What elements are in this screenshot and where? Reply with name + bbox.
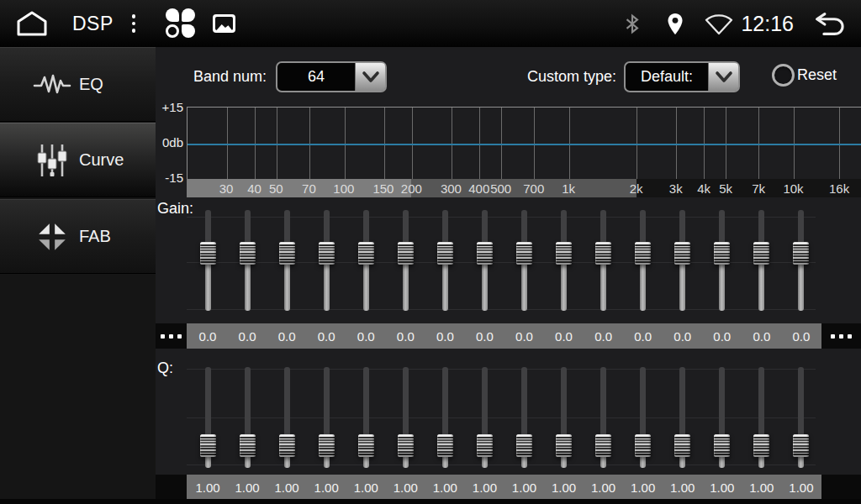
location-icon [665,12,685,36]
freq-tick-label: 7k [752,181,765,196]
gain-value: 0.0 [436,329,454,344]
gain-slider[interactable] [594,210,614,311]
chevron-down-icon[interactable] [708,63,738,91]
slider-knob[interactable] [635,434,651,457]
slider-knob[interactable] [319,434,335,457]
gain-value: 0.0 [753,329,770,344]
gain-slider[interactable] [752,210,772,311]
bluetooth-icon [621,13,643,35]
gain-more-left-button[interactable] [156,323,187,349]
sidebar-item-fab[interactable]: FAB [0,199,156,274]
home-icon[interactable] [13,9,50,38]
gain-slider[interactable] [554,210,574,311]
slider-knob[interactable] [674,242,690,265]
freq-tick-label: 16k [829,181,849,196]
gallery-icon[interactable] [213,14,235,33]
slider-knob[interactable] [437,434,453,457]
q-slider[interactable] [395,367,415,468]
q-slider[interactable] [594,367,614,468]
q-more-left-button[interactable] [156,475,187,500]
q-slider[interactable] [633,367,653,468]
gain-slider[interactable] [673,210,693,311]
q-slider[interactable] [752,367,772,468]
chevron-down-icon[interactable] [355,63,385,91]
slider-knob[interactable] [358,242,374,265]
slider-knob[interactable] [714,434,730,457]
slider-knob[interactable] [556,434,572,457]
sidebar-item-label: FAB [79,227,111,246]
q-slider[interactable] [474,367,494,468]
slider-knob[interactable] [279,242,295,265]
gain-slider[interactable] [514,210,534,311]
gain-slider[interactable] [633,210,653,311]
back-icon[interactable] [807,11,848,37]
gain-slider[interactable] [435,210,455,311]
q-slider[interactable] [673,367,693,468]
slider-knob[interactable] [358,434,374,457]
apps-icon[interactable] [166,8,196,39]
q-slider[interactable] [277,367,297,468]
q-slider[interactable] [791,367,811,468]
wifi-icon [704,13,734,35]
reset-radio[interactable] [772,64,795,87]
q-value: 1.00 [749,480,774,495]
q-slider[interactable] [356,367,376,468]
slider-knob[interactable] [595,242,611,265]
gain-slider[interactable] [395,210,415,311]
q-value: 1.00 [235,480,259,495]
slider-knob[interactable] [635,242,651,265]
slider-knob[interactable] [477,434,493,457]
slider-knob[interactable] [398,242,414,265]
slider-knob[interactable] [398,434,414,457]
slider-knob[interactable] [319,242,335,265]
slider-knob[interactable] [240,242,256,265]
gain-value: 0.0 [673,329,691,344]
band-num-value: 64 [277,63,355,91]
slider-knob[interactable] [200,242,216,265]
q-slider[interactable] [435,367,455,468]
gain-slider[interactable] [277,210,297,311]
status-bar: DSP 12:16 [0,0,861,47]
q-slider[interactable] [712,367,732,468]
gain-slider[interactable] [474,210,494,311]
q-slider[interactable] [316,367,336,468]
slider-knob[interactable] [793,242,809,265]
q-value: 1.00 [354,480,378,495]
slider-knob[interactable] [279,434,295,457]
gain-slider[interactable] [356,210,376,311]
slider-knob[interactable] [793,434,809,457]
slider-knob[interactable] [714,242,730,265]
slider-knob[interactable] [437,242,453,265]
overflow-menu-icon[interactable] [132,14,136,33]
q-slider[interactable] [237,367,257,468]
q-more-right-button[interactable] [821,475,861,500]
gain-slider[interactable] [712,210,732,311]
slider-knob[interactable] [674,434,690,457]
q-slider[interactable] [514,367,534,468]
gain-slider[interactable] [791,210,811,311]
freq-axis[interactable]: 304050701001502003004005007001k2k3k4k5k7… [187,179,861,197]
q-slider[interactable] [198,367,218,468]
slider-knob[interactable] [556,242,572,265]
gain-slider[interactable] [316,210,336,311]
custom-type-dropdown[interactable]: Default: [624,61,740,92]
slider-knob[interactable] [516,434,532,457]
slider-knob[interactable] [595,434,611,457]
slider-knob[interactable] [240,434,256,457]
q-slider[interactable] [554,367,574,468]
slider-knob[interactable] [200,434,216,457]
sidebar-item-curve[interactable]: Curve [0,123,156,197]
slider-knob[interactable] [753,242,769,265]
gain-slider[interactable] [237,210,257,311]
slider-knob[interactable] [477,242,493,265]
band-num-dropdown[interactable]: 64 [276,61,387,92]
clock: 12:16 [741,12,794,36]
sidebar-item-eq[interactable]: EQ [0,47,156,122]
freq-tick-label: 10k [783,181,803,196]
gain-slider[interactable] [198,210,218,311]
gain-label: Gain: [157,200,193,218]
gain-more-right-button[interactable] [821,323,861,349]
q-value: 1.00 [552,480,576,495]
slider-knob[interactable] [516,242,532,265]
slider-knob[interactable] [753,434,769,457]
